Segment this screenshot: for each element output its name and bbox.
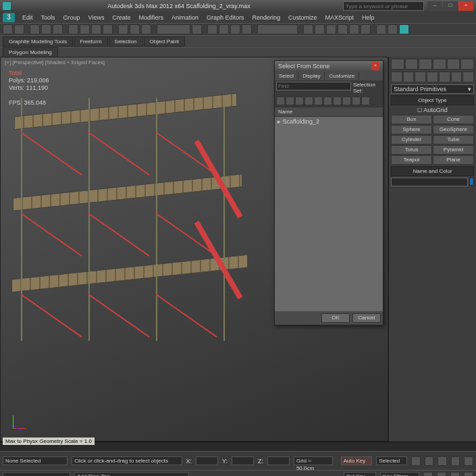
prim-teapot[interactable]: Teapot (391, 155, 432, 165)
viewport-label[interactable]: [+] [Perspective] [Shaded + Edged Faces] (5, 59, 105, 65)
ribbon-tab-freeform[interactable]: Freeform (74, 36, 107, 47)
scene-list[interactable]: Scaffolding_2 (275, 117, 383, 311)
unlink-button[interactable] (41, 24, 51, 34)
dialog-tab-select[interactable]: Select (275, 72, 298, 80)
filter-geometry-icon[interactable] (276, 97, 285, 105)
move-button[interactable] (118, 24, 128, 34)
filter-xrefs-icon[interactable] (342, 97, 351, 105)
coord-z-input[interactable] (267, 456, 290, 465)
list-item[interactable]: Scaffolding_2 (277, 118, 380, 125)
angle-snap-button[interactable] (219, 24, 229, 34)
addtag-button[interactable]: Add Time Tag (74, 472, 189, 476)
filter-frozen-icon[interactable] (361, 97, 370, 105)
filter-spacewarps-icon[interactable] (323, 97, 332, 105)
ribbon-tab-selection[interactable]: Selection (109, 36, 143, 47)
filter-bones-icon[interactable] (352, 97, 361, 105)
menu-maxscript[interactable]: MAXScript (322, 14, 358, 21)
percent-snap-button[interactable] (230, 24, 240, 34)
prim-sphere[interactable]: Sphere (391, 125, 432, 134)
help-search-input[interactable] (343, 1, 424, 11)
menu-customize[interactable]: Customize (285, 14, 321, 21)
menu-tools[interactable]: Tools (38, 14, 59, 21)
modify-tab-icon[interactable] (405, 59, 419, 70)
coord-y-input[interactable] (232, 456, 254, 465)
orbit-icon[interactable] (450, 472, 460, 477)
lights-icon[interactable] (415, 72, 426, 82)
menu-animation[interactable]: Animation (168, 14, 202, 21)
play-icon[interactable] (438, 456, 447, 466)
material-editor-button[interactable] (361, 24, 371, 34)
prim-pyramid[interactable]: Pyramid (433, 145, 474, 155)
prim-geosphere[interactable]: GeoSphere (433, 125, 474, 134)
next-frame-icon[interactable] (451, 456, 460, 466)
display-tab-icon[interactable] (447, 59, 460, 70)
maximize-button[interactable]: □ (443, 1, 458, 11)
filter-groups-icon[interactable] (333, 97, 342, 105)
scale-button[interactable] (141, 24, 151, 34)
bind-spacewarp-button[interactable] (53, 24, 63, 34)
shapes-icon[interactable] (403, 72, 415, 82)
goto-end-icon[interactable] (464, 456, 473, 466)
menu-group[interactable]: Group (60, 14, 84, 21)
viewport-perspective[interactable]: [+] [Perspective] [Shaded + Edged Faces]… (0, 57, 388, 442)
render-setup-button[interactable] (376, 24, 386, 34)
app-menu-button[interactable]: 3 (3, 13, 15, 22)
cameras-icon[interactable] (427, 72, 438, 82)
spinner-snap-button[interactable] (242, 24, 252, 34)
filter-cameras-icon[interactable] (305, 97, 313, 105)
object-name-input[interactable] (391, 178, 468, 186)
category-dropdown[interactable]: Standard Primitives▾ (391, 84, 474, 94)
rendered-frame-button[interactable] (388, 24, 398, 34)
prim-cylinder[interactable]: Cylinder (391, 135, 432, 144)
setkey-button[interactable]: Set Key (344, 472, 376, 476)
align-button[interactable] (315, 24, 325, 34)
helpers-icon[interactable] (439, 72, 450, 82)
dialog-tab-customize[interactable]: Customize (325, 72, 359, 80)
menu-modifiers[interactable]: Modifiers (135, 14, 167, 21)
prim-torus[interactable]: Torus (391, 145, 432, 155)
prim-box[interactable]: Box (391, 115, 432, 124)
coord-x-input[interactable] (196, 456, 218, 465)
mirror-button[interactable] (303, 24, 313, 34)
layers-button[interactable] (326, 24, 336, 34)
spacewarps-icon[interactable] (451, 72, 462, 82)
selected-dropdown[interactable]: Selected (376, 456, 407, 465)
refcoord-dropdown[interactable] (157, 24, 190, 34)
dialog-close-button[interactable]: × (371, 62, 379, 70)
pan-icon[interactable] (423, 472, 433, 477)
minimize-button[interactable]: – (427, 1, 442, 11)
ribbon-panel-polygon[interactable]: Polygon Modeling (3, 47, 58, 57)
menu-edit[interactable]: Edit (19, 14, 36, 21)
menu-rendering[interactable]: Rendering (249, 14, 284, 21)
filter-shapes-icon[interactable] (286, 97, 294, 105)
prim-cone[interactable]: Cone (433, 115, 474, 124)
select-name-button[interactable] (80, 24, 90, 34)
motion-tab-icon[interactable] (433, 59, 446, 70)
ribbon-tab-modeling[interactable]: Graphite Modeling Tools (3, 36, 73, 47)
prim-tube[interactable]: Tube (433, 135, 474, 144)
maximize-viewport-icon[interactable] (464, 472, 473, 477)
rotate-button[interactable] (130, 24, 140, 34)
undo-button[interactable] (3, 24, 13, 34)
redo-button[interactable] (14, 24, 24, 34)
ribbon-tab-objectpaint[interactable]: Object Paint (144, 36, 186, 47)
create-tab-icon[interactable] (391, 59, 404, 70)
filter-lights-icon[interactable] (295, 97, 304, 105)
snap-button[interactable] (207, 24, 217, 34)
goto-start-icon[interactable] (411, 456, 421, 466)
close-button[interactable]: × (458, 1, 473, 11)
select-region-button[interactable] (91, 24, 101, 34)
prim-plane[interactable]: Plane (433, 155, 474, 165)
link-button[interactable] (30, 24, 40, 34)
dialog-titlebar[interactable]: Select From Scene × (275, 61, 383, 72)
prev-frame-icon[interactable] (425, 456, 434, 466)
rollout-object-type[interactable]: Object Type (391, 95, 474, 105)
curve-editor-button[interactable] (338, 24, 348, 34)
ok-button[interactable]: OK (321, 313, 350, 323)
utilities-tab-icon[interactable] (460, 59, 474, 70)
window-crossing-button[interactable] (103, 24, 113, 34)
rollout-name-color[interactable]: Name and Color (391, 166, 474, 176)
geometry-icon[interactable] (391, 72, 402, 82)
named-sel-dropdown[interactable] (257, 24, 298, 34)
schematic-button[interactable] (349, 24, 359, 34)
